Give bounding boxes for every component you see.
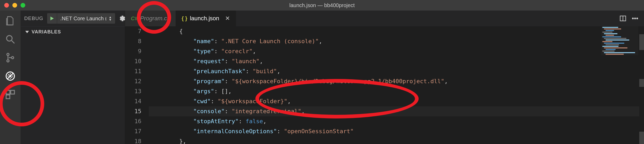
code-line[interactable]: "request": "launch", <box>151 56 644 66</box>
code-line[interactable]: "name": ".NET Core Launch (console)", <box>151 36 644 46</box>
tab-bar: C# Program.cs { } launch.json ✕ <box>125 11 644 26</box>
line-number-gutter: 789101112131415161718 <box>125 26 149 144</box>
minimap[interactable] <box>601 26 638 55</box>
close-window-button[interactable] <box>4 3 9 8</box>
svg-line-1 <box>12 41 14 43</box>
tab-label: launch.json <box>190 15 219 22</box>
collapse-icon <box>25 31 29 33</box>
code-line[interactable]: "type": "coreclr", <box>151 46 644 56</box>
code-body[interactable]: { "name": ".NET Core Launch (console)", … <box>149 26 644 144</box>
svg-point-15 <box>632 18 633 19</box>
variables-section-header[interactable]: VARIABLES <box>21 26 125 37</box>
line-number: 18 <box>125 136 141 144</box>
line-number: 16 <box>125 116 141 126</box>
svg-rect-10 <box>6 95 10 99</box>
overview-ruler[interactable] <box>639 26 644 144</box>
line-number: 11 <box>125 66 141 76</box>
code-line[interactable]: "program": "${workspaceFolder}/bin/Debug… <box>151 76 644 86</box>
svg-point-0 <box>7 36 12 41</box>
line-number: 14 <box>125 96 141 106</box>
scroll-thumb[interactable] <box>639 132 644 144</box>
more-actions-icon[interactable] <box>631 15 639 22</box>
svg-point-17 <box>637 18 638 19</box>
code-line[interactable]: }, <box>151 136 644 144</box>
current-line-highlight <box>149 106 644 116</box>
svg-rect-9 <box>11 90 14 94</box>
line-number: 8 <box>125 36 141 46</box>
tab-label: Program.cs <box>140 15 170 22</box>
code-line[interactable]: "preLaunchTask": "build", <box>151 66 644 76</box>
code-line[interactable]: "args": [], <box>151 86 644 96</box>
svg-rect-8 <box>6 90 10 94</box>
close-tab-icon[interactable]: ✕ <box>225 15 230 22</box>
debug-config-name: .NET Core Launch (console) <box>60 16 106 22</box>
json-file-icon: { } <box>182 16 187 22</box>
svg-point-16 <box>635 18 636 19</box>
line-number: 10 <box>125 56 141 66</box>
scroll-thumb[interactable] <box>639 34 644 50</box>
svg-point-2 <box>7 53 9 56</box>
line-number: 13 <box>125 86 141 96</box>
svg-point-3 <box>7 60 9 62</box>
svg-point-4 <box>12 57 14 59</box>
csharp-file-icon: C# <box>131 16 138 22</box>
activity-bar <box>0 11 21 144</box>
tab-launch-json[interactable]: { } launch.json ✕ <box>176 11 236 26</box>
code-editor[interactable]: 789101112131415161718 { "name": ".NET Co… <box>125 26 644 144</box>
debug-label: DEBUG <box>24 16 43 21</box>
search-icon[interactable] <box>5 34 16 45</box>
line-number: 15 <box>125 106 141 116</box>
settings-gear-icon[interactable] <box>119 14 126 23</box>
debug-header: DEBUG .NET Core Launch (console) ▲▼ <box>21 11 125 26</box>
explorer-icon[interactable] <box>5 15 16 26</box>
select-updown-icon: ▲▼ <box>109 16 112 21</box>
code-line[interactable]: "cwd": "${workspaceFolder}", <box>151 96 644 106</box>
minimize-window-button[interactable] <box>12 3 17 8</box>
code-line[interactable]: "stopAtEntry": false, <box>151 116 644 126</box>
variables-label: VARIABLES <box>32 29 61 35</box>
debug-sidebar: DEBUG .NET Core Launch (console) ▲▼ VARI… <box>21 11 125 144</box>
code-line[interactable]: "internalConsoleOptions": "openOnSession… <box>151 126 644 136</box>
editor-area: C# Program.cs { } launch.json ✕ 78910111… <box>125 11 644 144</box>
titlebar: launch.json — bb400project <box>0 0 644 11</box>
extensions-icon[interactable] <box>5 89 16 100</box>
line-number: 12 <box>125 76 141 86</box>
start-debug-button[interactable] <box>47 13 57 24</box>
scroll-thumb[interactable] <box>639 79 644 87</box>
zoom-window-button[interactable] <box>21 3 25 8</box>
traffic-lights <box>4 3 25 8</box>
line-number: 17 <box>125 126 141 136</box>
tab-program-cs[interactable]: C# Program.cs <box>125 11 176 26</box>
source-control-icon[interactable] <box>5 52 16 63</box>
code-line[interactable]: { <box>151 26 644 36</box>
debug-config-select[interactable]: .NET Core Launch (console) ▲▼ <box>57 13 115 24</box>
debug-icon[interactable] <box>5 71 16 82</box>
line-number: 7 <box>125 26 141 36</box>
window-title: launch.json — bb400project <box>289 2 355 8</box>
split-editor-icon[interactable] <box>619 15 627 22</box>
line-number: 9 <box>125 46 141 56</box>
